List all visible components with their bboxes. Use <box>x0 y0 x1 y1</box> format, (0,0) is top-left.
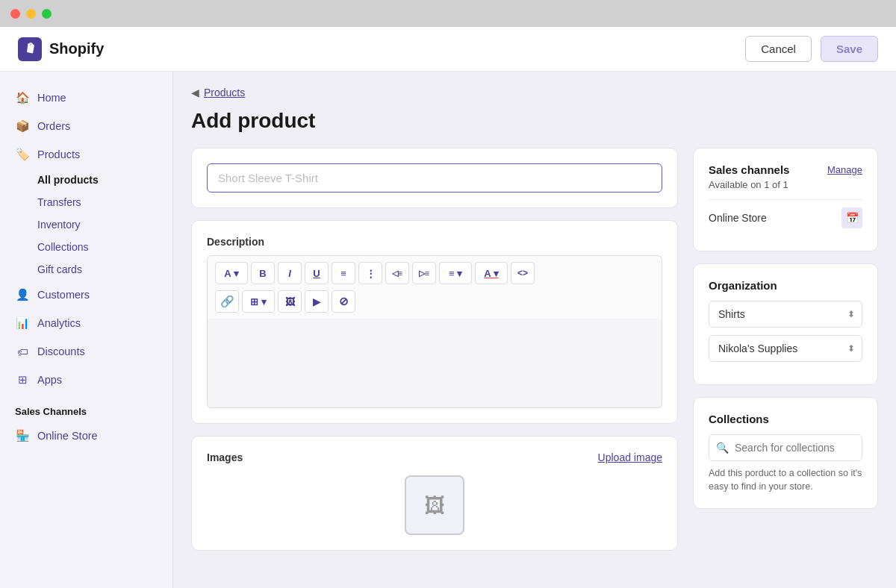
manage-link[interactable]: Manage <box>827 164 862 175</box>
sidebar-item-products-label: Products <box>37 148 80 160</box>
search-icon: 🔍 <box>716 442 729 454</box>
video-button[interactable]: ▶ <box>305 290 329 313</box>
toolbar-row-2: 🔗 ⊞ ▾ 🖼 ▶ ⊘ <box>215 290 355 313</box>
sidebar-item-discounts[interactable]: 🏷 Discounts <box>0 337 172 366</box>
home-icon: 🏠 <box>15 90 30 105</box>
topnav: Shopify Cancel Save <box>0 27 896 72</box>
code-button[interactable]: <> <box>511 262 535 284</box>
sales-channels-card: Sales channels Manage Available on 1 of … <box>693 148 878 251</box>
main-content: ◀ Products Add product Description <box>173 72 896 588</box>
bold-button[interactable]: B <box>251 262 275 284</box>
italic-button[interactable]: I <box>278 262 302 284</box>
online-store-icon: 🏪 <box>15 428 30 443</box>
topnav-actions: Cancel Save <box>745 36 878 62</box>
collections-search-input[interactable] <box>709 434 862 461</box>
sidebar-item-apps[interactable]: ⊞ Apps <box>0 366 172 394</box>
sidebar-item-discounts-label: Discounts <box>37 345 85 357</box>
vendor-row: Nikola's Supplies Other Vendor <box>709 335 862 362</box>
cancel-button[interactable]: Cancel <box>745 36 812 62</box>
sidebar-item-customers-label: Customers <box>37 289 90 301</box>
sidebar-item-orders[interactable]: 📦 Orders <box>0 112 172 140</box>
collections-search-wrapper: 🔍 <box>709 434 862 461</box>
font-button[interactable]: A ▾ <box>215 262 248 284</box>
online-store-row: Online Store 📅 <box>709 199 862 236</box>
images-card: Images Upload image 🖼 <box>191 436 678 551</box>
organization-title: Organization <box>709 279 862 292</box>
sidebar-sub-transfers[interactable]: Transfers <box>37 191 172 213</box>
discounts-icon: 🏷 <box>15 344 30 359</box>
sidebar-sub-gift-cards[interactable]: Gift cards <box>37 258 172 281</box>
sidebar-item-orders-label: Orders <box>37 120 70 132</box>
apps-icon: ⊞ <box>15 372 30 387</box>
products-icon: 🏷️ <box>15 147 30 162</box>
organization-card: Organization Shirts Pants Accessories <box>693 263 878 385</box>
table-button[interactable]: ⊞ ▾ <box>242 290 275 313</box>
breadcrumb-products-link[interactable]: Products <box>204 87 245 98</box>
clear-format-button[interactable]: ⊘ <box>332 290 355 313</box>
sidebar-item-online-store[interactable]: 🏪 Online Store <box>0 422 172 450</box>
sidebar-item-analytics-label: Analytics <box>37 317 81 329</box>
sidebar-item-home-label: Home <box>37 92 66 104</box>
analytics-icon: 📊 <box>15 316 30 331</box>
product-title-input[interactable] <box>207 163 662 193</box>
editor-toolbar: A ▾ B I U ≡ ⋮ ◁≡ ▷≡ ≡ ▾ A ▾ <> <box>207 255 662 319</box>
sidebar-sub-collections[interactable]: Collections <box>37 236 172 258</box>
description-editor[interactable] <box>207 319 662 408</box>
fullscreen-button[interactable] <box>42 9 52 19</box>
online-store-label: Online Store <box>709 212 767 224</box>
sidebar-sub-inventory[interactable]: Inventory <box>37 213 172 236</box>
product-title-card <box>191 148 678 208</box>
sidebar-item-products[interactable]: 🏷️ Products <box>0 140 172 169</box>
image-placeholder-icon: 🖼 <box>424 493 445 518</box>
logo-text: Shopify <box>49 40 104 57</box>
description-label: Description <box>207 236 662 248</box>
customers-icon: 👤 <box>15 287 30 302</box>
underline-button[interactable]: U <box>305 262 329 284</box>
breadcrumb: ◀ Products <box>191 87 878 98</box>
sidebar: 🏠 Home 📦 Orders 🏷️ Products All products… <box>0 72 173 588</box>
collections-title: Collections <box>709 413 862 425</box>
page-title: Add product <box>191 109 878 133</box>
upload-image-link[interactable]: Upload image <box>598 451 662 463</box>
sidebar-item-customers[interactable]: 👤 Customers <box>0 281 172 309</box>
sales-channels-header: Sales channels Manage <box>709 163 862 176</box>
logo: Shopify <box>18 37 104 61</box>
indent-less-button[interactable]: ◁≡ <box>385 262 409 284</box>
sidebar-sub-all-products[interactable]: All products <box>37 169 172 191</box>
sales-channels-section-title: Sales Channels <box>0 394 172 422</box>
align-button[interactable]: ≡ ▾ <box>439 262 472 284</box>
sidebar-item-online-store-label: Online Store <box>37 430 98 442</box>
product-type-select[interactable]: Shirts Pants Accessories <box>709 301 862 328</box>
side-column: Sales channels Manage Available on 1 of … <box>693 148 878 521</box>
numbered-list-button[interactable]: ⋮ <box>358 262 382 284</box>
collections-hint: Add this porduct to a collection so it's… <box>709 467 862 493</box>
product-type-row: Shirts Pants Accessories <box>709 301 862 328</box>
titlebar <box>0 0 896 27</box>
bullet-list-button[interactable]: ≡ <box>332 262 355 284</box>
collections-card: Collections 🔍 Add this porduct to a coll… <box>693 397 878 509</box>
text-color-button[interactable]: A ▾ <box>475 262 508 284</box>
breadcrumb-arrow-icon: ◀ <box>191 87 199 98</box>
sidebar-item-analytics[interactable]: 📊 Analytics <box>0 309 172 337</box>
shopify-logo-icon <box>18 37 42 61</box>
sidebar-item-home[interactable]: 🏠 Home <box>0 84 172 112</box>
calendar-icon[interactable]: 📅 <box>841 207 862 228</box>
main-column: Description A ▾ B I U ≡ ⋮ ◁≡ <box>191 148 678 563</box>
link-button[interactable]: 🔗 <box>215 290 239 313</box>
vendor-wrapper: Nikola's Supplies Other Vendor <box>709 335 862 362</box>
image-placeholder: 🖼 <box>405 475 464 535</box>
product-type-wrapper: Shirts Pants Accessories <box>709 301 862 328</box>
save-button[interactable]: Save <box>821 36 878 62</box>
toolbar-row-1: A ▾ B I U ≡ ⋮ ◁≡ ▷≡ ≡ ▾ A ▾ <> <box>215 262 535 284</box>
vendor-select[interactable]: Nikola's Supplies Other Vendor <box>709 335 862 362</box>
content-columns: Description A ▾ B I U ≡ ⋮ ◁≡ <box>191 148 878 563</box>
image-button[interactable]: 🖼 <box>278 290 302 313</box>
description-card: Description A ▾ B I U ≡ ⋮ ◁≡ <box>191 220 678 424</box>
images-header: Images Upload image <box>207 451 662 463</box>
orders-icon: 📦 <box>15 119 30 134</box>
indent-more-button[interactable]: ▷≡ <box>412 262 436 284</box>
available-text: Available on 1 of 1 <box>709 179 862 190</box>
minimize-button[interactable] <box>26 9 36 19</box>
images-label: Images <box>207 451 243 463</box>
close-button[interactable] <box>10 9 20 19</box>
